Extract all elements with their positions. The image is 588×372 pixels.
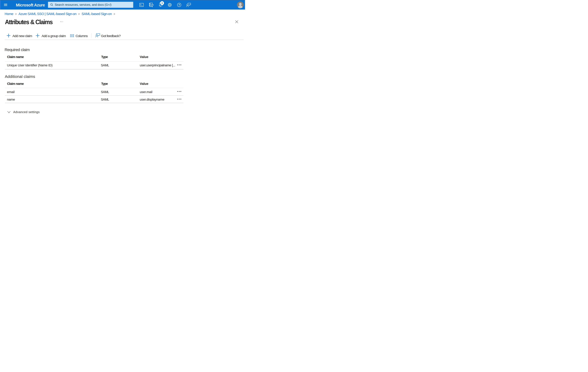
svg-text:?: ?	[178, 3, 180, 6]
svg-text:6: 6	[161, 2, 163, 4]
